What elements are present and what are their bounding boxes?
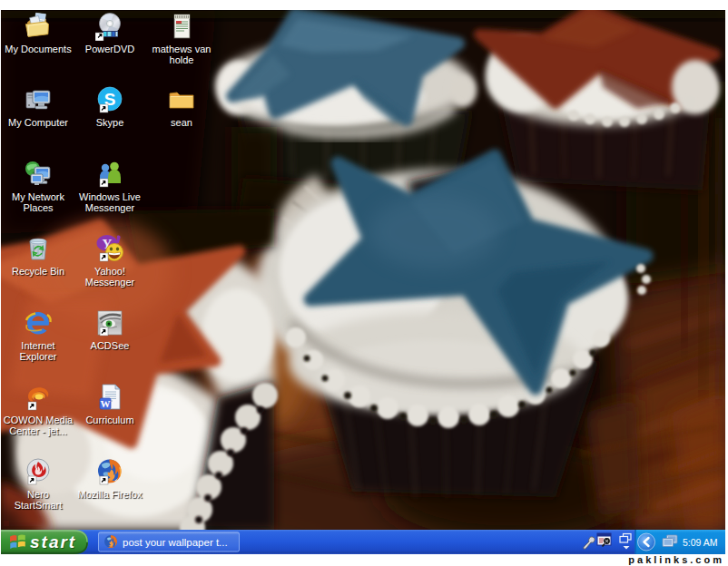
svg-text:post your wallpaper t...: post your wallpaper t... (123, 537, 228, 548)
svg-text:start: start (30, 532, 76, 551)
svg-text:W: W (101, 398, 111, 409)
svg-text:5:09 AM: 5:09 AM (683, 537, 718, 548)
